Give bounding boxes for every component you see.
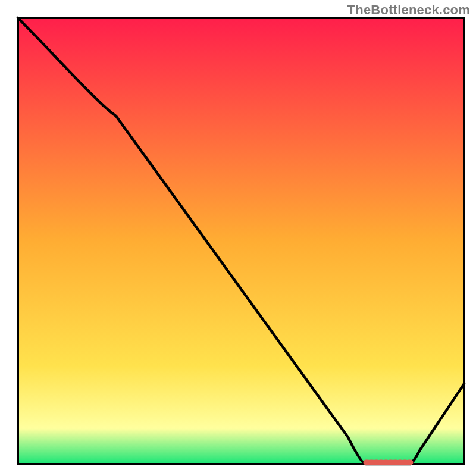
plot-bg (18, 18, 464, 464)
chart-container: TheBottleneck.com (0, 0, 476, 476)
chart-svg (0, 0, 476, 476)
